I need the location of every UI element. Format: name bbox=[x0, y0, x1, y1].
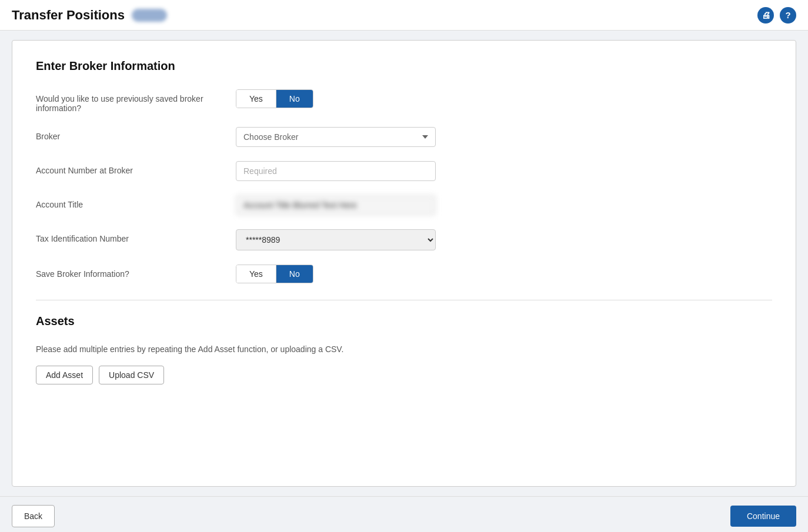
assets-section-title: Assets bbox=[36, 314, 772, 328]
save-broker-label: Save Broker Information? bbox=[36, 265, 236, 279]
add-asset-button[interactable]: Add Asset bbox=[36, 366, 93, 384]
use-saved-toggle-wrap: Yes No bbox=[236, 89, 436, 108]
tax-id-select-wrap: *****8989 bbox=[236, 229, 436, 250]
tax-id-row: Tax Identification Number *****8989 bbox=[36, 229, 772, 250]
header-icons: 🖨 ? bbox=[757, 7, 796, 24]
account-title-input: Account Title Blurred Text Here bbox=[236, 195, 436, 215]
main-wrapper: Enter Broker Information Would you like … bbox=[0, 31, 808, 496]
header-left: Transfer Positions bbox=[12, 8, 167, 23]
account-number-row: Account Number at Broker bbox=[36, 161, 772, 181]
section-divider bbox=[36, 300, 772, 300]
use-saved-no-btn[interactable]: No bbox=[276, 90, 313, 108]
tax-id-label: Tax Identification Number bbox=[36, 229, 236, 243]
print-icon[interactable]: 🖨 bbox=[757, 7, 774, 24]
save-broker-toggle-wrap: Yes No bbox=[236, 265, 436, 283]
broker-select-wrap: Choose Broker bbox=[236, 127, 436, 147]
save-broker-row: Save Broker Information? Yes No bbox=[36, 265, 772, 283]
help-icon[interactable]: ? bbox=[780, 7, 796, 24]
use-saved-label: Would you like to use previously saved b… bbox=[36, 89, 236, 113]
back-button[interactable]: Back bbox=[12, 505, 55, 527]
account-title-label: Account Title bbox=[36, 195, 236, 209]
content-card: Enter Broker Information Would you like … bbox=[12, 40, 796, 487]
save-broker-yes-btn[interactable]: Yes bbox=[236, 265, 276, 283]
save-broker-toggle[interactable]: Yes No bbox=[236, 265, 313, 283]
use-saved-yes-btn[interactable]: Yes bbox=[236, 90, 276, 108]
account-title-row: Account Title Account Title Blurred Text… bbox=[36, 195, 772, 215]
page-header: Transfer Positions 🖨 ? bbox=[0, 0, 808, 31]
header-badge bbox=[132, 9, 167, 22]
assets-buttons: Add Asset Upload CSV bbox=[36, 366, 772, 384]
assets-description: Please add multiple entries by repeating… bbox=[36, 344, 772, 354]
account-number-input-wrap bbox=[236, 161, 436, 181]
tax-id-select[interactable]: *****8989 bbox=[236, 229, 436, 250]
page-title: Transfer Positions bbox=[12, 8, 125, 23]
broker-label: Broker bbox=[36, 127, 236, 141]
account-title-input-wrap: Account Title Blurred Text Here bbox=[236, 195, 436, 215]
page-footer: Back Continue bbox=[0, 496, 808, 532]
use-saved-toggle[interactable]: Yes No bbox=[236, 89, 313, 108]
account-number-input[interactable] bbox=[236, 161, 436, 181]
broker-select[interactable]: Choose Broker bbox=[236, 127, 436, 147]
use-saved-row: Would you like to use previously saved b… bbox=[36, 89, 772, 113]
broker-row: Broker Choose Broker bbox=[36, 127, 772, 147]
broker-section-title: Enter Broker Information bbox=[36, 59, 772, 73]
account-number-label: Account Number at Broker bbox=[36, 161, 236, 175]
save-broker-no-btn[interactable]: No bbox=[276, 265, 313, 283]
continue-button[interactable]: Continue bbox=[730, 506, 796, 527]
upload-csv-button[interactable]: Upload CSV bbox=[99, 366, 164, 384]
